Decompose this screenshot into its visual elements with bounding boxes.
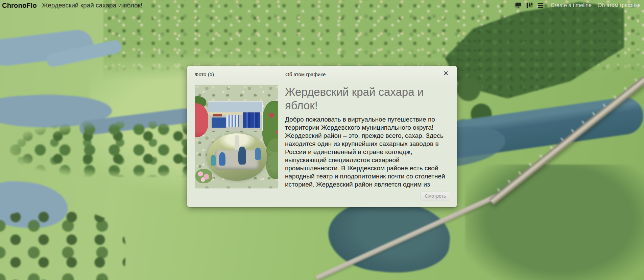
columns-view-icon[interactable]: [525, 1, 533, 9]
worker-figure: [219, 152, 226, 166]
tree-cluster: [0, 210, 125, 280]
list-view-icon[interactable]: [536, 1, 545, 9]
factory-building: [226, 115, 239, 127]
photos-count: 1: [210, 71, 212, 77]
brand-logo: ChronoFlo: [2, 2, 37, 9]
worker-figure: [211, 155, 216, 166]
modal-content: Жердевский край сахара и яблок! Добро по…: [285, 85, 448, 189]
event-description: Добро пожаловать в виртуальное путешеств…: [285, 115, 448, 189]
machinery-pipe: [235, 135, 239, 151]
close-icon[interactable]: ✕: [443, 70, 449, 77]
about-graphic-link[interactable]: Об этом графике: [598, 2, 641, 8]
topbar-actions: Create a timeline Об этом графике: [514, 1, 641, 9]
factory-building: [212, 117, 226, 128]
tab-photos-suffix: ): [212, 71, 214, 77]
flowers-photo: [195, 169, 212, 183]
event-title: Жердевский край сахара и яблок!: [285, 85, 448, 112]
screen-view-icon[interactable]: [514, 1, 522, 9]
modal-header: Фото (1) Об этом графике ✕: [187, 66, 457, 84]
worker-figure: [238, 147, 246, 165]
factory-roof: [213, 114, 222, 116]
app-viewport: ChronoFlo Жердевский край сахара и яблок…: [0, 0, 644, 280]
field-shadow: [465, 165, 644, 280]
create-timeline-link[interactable]: Create a timeline: [551, 2, 592, 8]
tab-photos[interactable]: Фото (1): [195, 71, 214, 77]
timeline-title: Жердевский край сахара и яблок!: [42, 2, 142, 9]
worker-figure: [255, 148, 261, 160]
tab-photos-label: Фото (: [195, 71, 210, 77]
event-detail-modal: Фото (1) Об этом графике ✕: [187, 66, 457, 207]
tab-about-graphic[interactable]: Об этом графике: [285, 71, 326, 77]
view-mode-switcher: [514, 1, 545, 9]
event-photo-collage[interactable]: [195, 85, 278, 189]
view-button[interactable]: Смотреть: [421, 192, 450, 200]
sugar-factory-photo: [208, 101, 263, 131]
workers-photo-oval: [207, 133, 267, 181]
top-bar: ChronoFlo Жердевский край сахара и яблок…: [0, 0, 644, 11]
factory-tanks: [243, 112, 260, 128]
